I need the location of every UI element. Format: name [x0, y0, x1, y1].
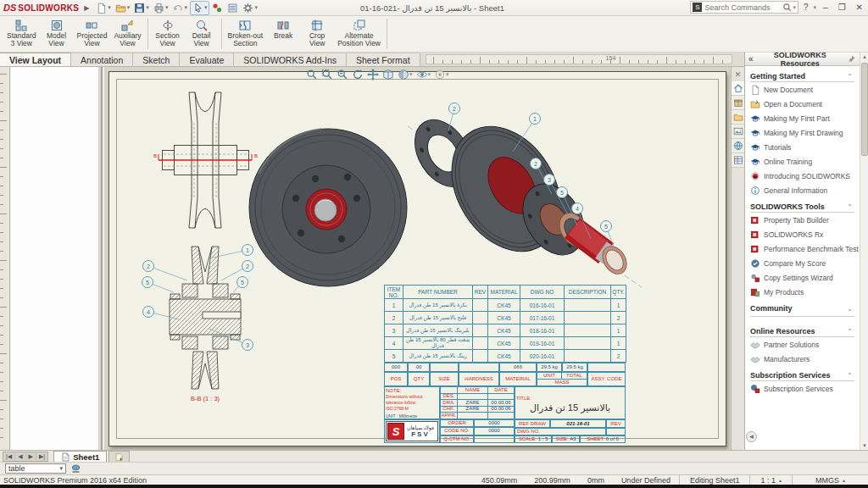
link-general-information[interactable]: General Information [750, 183, 860, 197]
search-commands-input[interactable] [704, 3, 782, 12]
link-performance-benchmark-test[interactable]: Performance Benchmark Test [750, 241, 860, 256]
chevron-up-icon[interactable]: ⌃ [847, 328, 854, 336]
chevron-down-icon[interactable]: ⌄ [847, 305, 854, 313]
scrollbar-thumb[interactable] [861, 63, 868, 156]
section-header[interactable]: Community⌄ [750, 302, 854, 317]
tab-solidworks-add-ins[interactable]: SOLIDWORKS Add-Ins [234, 53, 347, 66]
link-tutorials[interactable]: Tutorials [750, 140, 860, 154]
task-pane-tab-home[interactable] [732, 81, 745, 96]
close-button[interactable]: ✕ [853, 3, 866, 12]
caret-down-icon[interactable]: ▾ [165, 4, 169, 11]
stamp-tool-icon[interactable] [70, 463, 81, 474]
caret-down-icon[interactable]: ▾ [146, 4, 149, 11]
new-doc-button[interactable]: ▾ [94, 2, 113, 14]
sheet1-tab[interactable]: Sheet1 [53, 451, 107, 462]
caret-down-icon[interactable]: ▾ [446, 71, 449, 78]
collapse-pane-icon[interactable]: « [745, 54, 757, 64]
chevron-up-icon[interactable]: ⌃ [847, 203, 854, 211]
caret-down-icon[interactable]: ▾ [254, 4, 258, 11]
view-settings-button[interactable]: ▾ [434, 69, 449, 80]
first-sheet-button[interactable]: |◀ [3, 453, 15, 460]
pin-icon[interactable] [843, 54, 860, 64]
broken-out-section-button[interactable]: Broken-outSection [225, 16, 267, 52]
view-orientation-button[interactable] [382, 69, 394, 80]
task-pane-tab-image[interactable] [732, 125, 745, 139]
section-view-button[interactable]: SectionView [151, 16, 185, 52]
next-sheet-button[interactable]: ▶ [26, 453, 36, 460]
link-introducing-solidworks[interactable]: Introducing SOLIDWORKS [750, 169, 860, 183]
options-gear-button[interactable]: ▾ [241, 2, 259, 14]
zoom-inout-button[interactable] [337, 69, 348, 80]
help-caret-icon[interactable]: ▾ [814, 4, 817, 11]
section-header[interactable]: Subscription Services⌃ [750, 369, 854, 381]
rebuild-traffic-button[interactable] [210, 2, 225, 14]
minimize-button[interactable]: – [820, 3, 832, 12]
graphics-viewport[interactable]: B B [104, 67, 731, 450]
auxiliary-view-button[interactable]: AuxiliaryView [110, 16, 144, 52]
crop-view-button[interactable]: CropView [300, 16, 334, 52]
search-icon[interactable] [782, 3, 793, 13]
open-folder-button[interactable]: ▾ [114, 2, 132, 14]
task-pane-tab-folder[interactable] [732, 110, 745, 125]
link-new-document[interactable]: New Document [750, 82, 860, 97]
projected-view-button[interactable]: ProjectedView [74, 16, 111, 52]
sheet-navigation-buttons[interactable]: |◀ ◀ ▶ ▶| [3, 452, 48, 462]
task-pane-tab-gift[interactable] [732, 96, 745, 110]
zoom-fit-button[interactable] [306, 69, 318, 80]
link-making-my-first-drawing[interactable]: Making My First Drawing [750, 125, 860, 140]
detail-view-button[interactable]: DetailView [185, 16, 219, 52]
link-online-training[interactable]: Online Training [750, 154, 860, 169]
caret-down-icon[interactable]: ▾ [127, 4, 131, 11]
alternate-position-view-button[interactable]: AlternatePosition View [334, 16, 384, 52]
caret-down-icon[interactable]: ▾ [204, 4, 208, 11]
units-dropdown[interactable]: MMGS▴ [792, 475, 868, 485]
restore-button[interactable]: ❐ [835, 3, 849, 12]
link-compare-my-score[interactable]: Compare My Score [750, 256, 860, 270]
undo-button[interactable]: ▾ [170, 2, 189, 14]
rotate-view-button[interactable] [352, 69, 364, 80]
close-pane-icon[interactable]: ✕ [732, 67, 745, 81]
table-style-combo[interactable]: table ▾ [5, 463, 66, 474]
zoom-area-button[interactable] [321, 69, 333, 80]
task-pane-scrollbar[interactable]: ▲ ▼ [860, 53, 868, 450]
chevron-up-icon[interactable]: ⌃ [847, 372, 854, 380]
search-caret-icon[interactable]: ▾ [793, 4, 796, 11]
link-making-my-first-part[interactable]: Making My First Part [750, 111, 860, 125]
section-header[interactable]: SOLIDWORKS Tools⌃ [750, 201, 854, 213]
previous-sheet-button[interactable]: ◀ [15, 453, 25, 460]
tab-sheet-format[interactable]: Sheet Format [347, 53, 420, 66]
scroll-down-icon[interactable]: ▼ [860, 441, 868, 450]
add-sheet-tab[interactable] [108, 451, 130, 462]
display-style-button[interactable]: ▾ [398, 69, 413, 80]
hide-show-button[interactable]: ▾ [416, 69, 431, 80]
tab-view-layout[interactable]: View Layout [0, 53, 71, 66]
tab-sketch[interactable]: Sketch [133, 53, 180, 66]
caret-down-icon[interactable]: ▾ [184, 4, 187, 11]
print-button[interactable]: ▾ [152, 2, 170, 14]
search-commands-box[interactable]: S ▾ [690, 1, 798, 14]
auto-collapse-arrow-icon[interactable]: ◄ [746, 431, 757, 442]
help-button[interactable]: ? [802, 3, 810, 12]
last-sheet-button[interactable]: ▶| [36, 453, 47, 460]
search-scope-icon[interactable]: S [693, 3, 702, 12]
link-my-products[interactable]: My Products [750, 285, 860, 299]
tab-evaluate[interactable]: Evaluate [180, 53, 234, 66]
model-view-button[interactable]: ModelView [40, 16, 74, 52]
tab-annotation[interactable]: Annotation [71, 53, 133, 66]
link-subscription-services[interactable]: Subscription Services [750, 381, 860, 396]
link-property-tab-builder[interactable]: Property Tab Builder [750, 213, 860, 227]
caret-down-icon[interactable]: ▾ [428, 71, 431, 78]
drawing-sheet[interactable]: B B [108, 71, 726, 446]
section-header[interactable]: Online Resources⌃ [750, 325, 854, 337]
scroll-up-icon[interactable]: ▲ [860, 53, 868, 61]
link-manufacturers[interactable]: Manufacturers [750, 352, 860, 366]
section-header[interactable]: Getting Started⌃ [750, 70, 854, 82]
menu-flyout-arrow-icon[interactable]: ▶ [84, 4, 89, 12]
caret-down-icon[interactable]: ▾ [108, 4, 111, 11]
combo-caret-icon[interactable]: ▾ [59, 465, 63, 472]
link-solidworks-rx[interactable]: SOLIDWORKS Rx [750, 227, 860, 241]
task-pane-tab-globe[interactable] [732, 139, 745, 153]
select-cursor-button[interactable]: ▾ [190, 1, 210, 15]
standard-3-view-button[interactable]: Standard3 View [3, 16, 40, 52]
link-copy-settings-wizard[interactable]: Copy Settings Wizard [750, 270, 860, 285]
